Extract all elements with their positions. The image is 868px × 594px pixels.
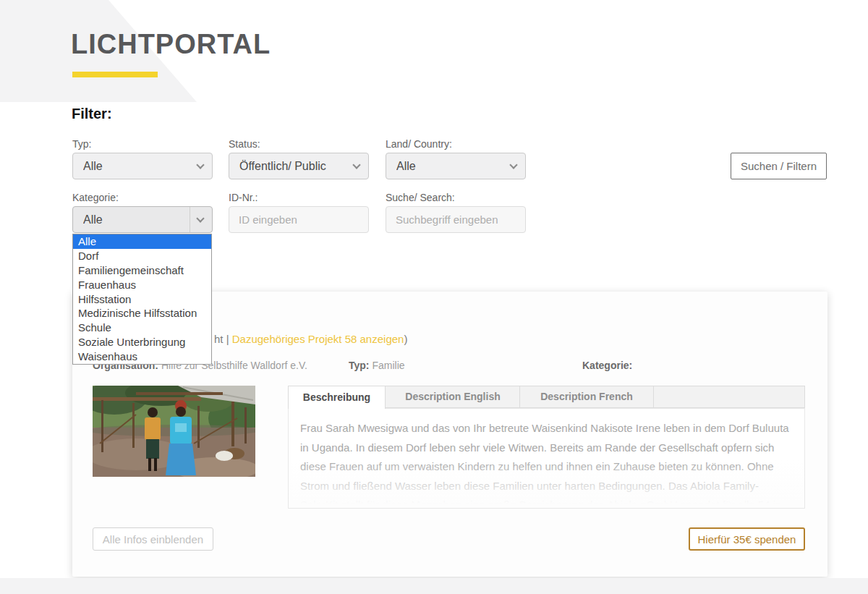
related-project-link[interactable]: Dazugehöriges Projekt 58 anzeigen: [232, 333, 404, 345]
id-label: ID-Nr.:: [229, 192, 258, 203]
project-title-prefix: ht |: [214, 333, 232, 345]
typ-label: Typ:: [72, 138, 91, 150]
dropdown-option-schule[interactable]: Schule: [73, 321, 211, 335]
typ-meta-label: Typ:: [349, 360, 370, 371]
status-label: Status:: [229, 138, 260, 150]
donate-button[interactable]: Hierfür 35€ spenden: [689, 527, 805, 551]
tab-description-french[interactable]: Description French: [520, 386, 654, 407]
kategorie-dropdown: Alle Dorf Familiengemeinschaft Frauenhau…: [72, 234, 212, 365]
page: LICHTPORTAL Filter: Typ: Alle Status: Öf…: [0, 0, 868, 594]
chevron-down-icon: [509, 161, 517, 169]
suche-label: Suche/ Search:: [386, 192, 455, 203]
land-select[interactable]: Alle: [386, 153, 526, 179]
chevron-down-icon: [352, 161, 360, 169]
dropdown-option-medizinische-hilfsstation[interactable]: Medizinische Hilfsstation: [73, 306, 211, 321]
dropdown-option-dorf[interactable]: Dorf: [73, 249, 211, 263]
bottom-strip: [0, 578, 868, 594]
tab-description-english[interactable]: Description English: [386, 386, 520, 407]
show-all-info-button[interactable]: Alle Infos einblenden: [93, 527, 213, 551]
title-underline: [72, 72, 158, 77]
kategorie-select-value: Alle: [83, 213, 190, 226]
dropdown-option-soziale-unterbringung[interactable]: Soziale Unterbringung: [73, 335, 211, 349]
project-photo: [93, 386, 255, 477]
kategorie-label: Kategorie:: [72, 192, 119, 203]
project-title-suffix: ): [404, 333, 407, 345]
search-input[interactable]: [386, 206, 526, 233]
dropdown-option-alle[interactable]: Alle: [73, 234, 211, 249]
kategorie-meta-label: Kategorie:: [582, 360, 632, 371]
tab-beschreibung[interactable]: Beschreibung: [288, 386, 386, 409]
kategorie-select[interactable]: Alle: [72, 206, 213, 233]
status-select[interactable]: Öffentlich/ Public: [229, 153, 369, 179]
filter-heading: Filter:: [72, 106, 112, 122]
dropdown-option-familiengemeinschaft[interactable]: Familiengemeinschaft: [73, 263, 211, 278]
typ-meta-value: Familie: [372, 360, 404, 371]
project-title: ht | Dazugehöriges Projekt 58 anzeigen): [214, 333, 407, 345]
page-title: LICHTPORTAL: [71, 29, 271, 60]
land-select-value: Alle: [396, 160, 511, 173]
id-input[interactable]: [229, 206, 369, 233]
select-divider: [190, 207, 190, 232]
dropdown-option-frauenhaus[interactable]: Frauenhaus: [73, 278, 211, 292]
chevron-down-icon: [196, 161, 204, 169]
typ-meta: Typ: Familie: [349, 360, 405, 371]
kategorie-meta: Kategorie:: [582, 360, 635, 371]
chevron-down-icon: [196, 214, 204, 222]
description-text: Frau Sarah Mwesigwa und das von Ihr betr…: [289, 409, 804, 509]
typ-select[interactable]: Alle: [72, 153, 213, 179]
status-select-value: Öffentlich/ Public: [239, 160, 354, 173]
typ-select-value: Alle: [83, 160, 197, 173]
dropdown-option-waisenhaus[interactable]: Waisenhaus: [73, 349, 211, 364]
dropdown-option-hilfsstation[interactable]: Hilfsstation: [73, 292, 211, 307]
description-box: Frau Sarah Mwesigwa und das von Ihr betr…: [288, 408, 805, 509]
land-label: Land/ Country:: [386, 138, 452, 150]
search-filter-button[interactable]: Suchen / Filtern: [731, 153, 827, 179]
